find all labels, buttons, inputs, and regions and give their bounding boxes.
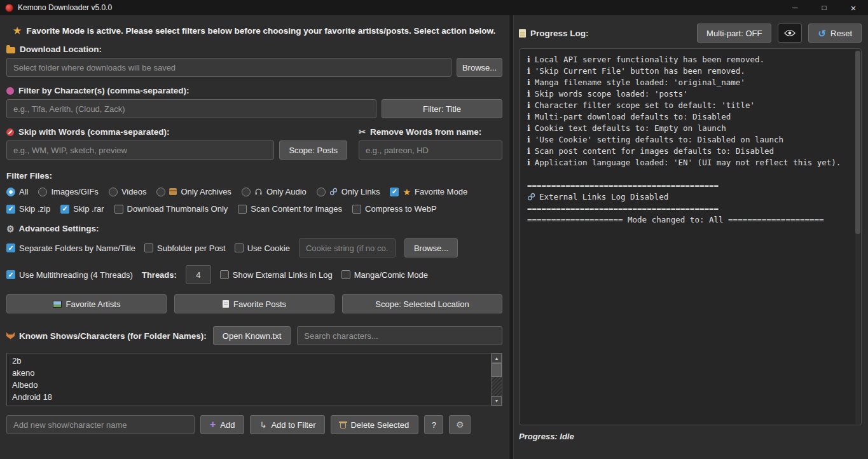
checkbox-subfolder-per-post[interactable]: Subfolder per Post [144, 243, 226, 253]
checkbox-multithreading[interactable]: Use Multithreading (4 Threads) [6, 270, 133, 280]
log-line: iMulti-part download defaults to: Disabl… [527, 111, 853, 123]
eye-toggle-button[interactable] [778, 24, 802, 43]
known-list[interactable]: 2bakenoAlbedoAndroid 18Android 21 ▲ ▼ [6, 353, 502, 406]
list-item[interactable]: akeno [8, 367, 490, 379]
checkbox-indicator[interactable] [341, 270, 350, 279]
add-button[interactable]: + Add [200, 415, 244, 434]
help-button[interactable]: ? [424, 415, 443, 434]
scroll-down-button[interactable]: ▼ [492, 396, 502, 406]
reset-button[interactable]: ↺ Reset [808, 24, 862, 43]
window-controls: ─ □ × [780, 0, 868, 15]
close-button[interactable]: × [839, 0, 868, 15]
known-list-scrollbar[interactable]: ▲ ▼ [491, 353, 502, 406]
skip-scope-button[interactable]: Scope: Posts [279, 140, 347, 160]
minimize-button[interactable]: ─ [780, 0, 809, 15]
radio-indicator[interactable] [156, 188, 165, 196]
open-known-button[interactable]: Open Known.txt [213, 326, 291, 345]
delete-selected-button[interactable]: Delete Selected [331, 415, 418, 434]
radio-all[interactable]: All [6, 187, 28, 196]
radio-indicator[interactable] [38, 188, 47, 196]
list-item[interactable]: Android 21 [8, 403, 490, 405]
radio-indicator[interactable] [317, 188, 326, 196]
radio-only-links[interactable]: Only Links [317, 187, 380, 196]
panel-splitter[interactable] [509, 15, 514, 459]
log-line: External Links Log Disabled [527, 191, 853, 203]
skip-words-label: Skip with Words (comma-separated): [6, 127, 347, 137]
add-character-input[interactable] [6, 415, 195, 434]
search-characters-input[interactable] [297, 326, 502, 345]
log-line: iApplication language loaded: 'EN' (UI m… [527, 157, 853, 168]
radio-images-gifs[interactable]: Images/GIFs [38, 187, 98, 196]
checkbox-indicator[interactable] [6, 243, 15, 252]
checkbox-use-cookie[interactable]: Use Cookie [235, 243, 290, 253]
checkbox-favorite-mode[interactable]: ★Favorite Mode [390, 187, 467, 196]
list-item[interactable]: 2b [8, 355, 490, 367]
log-lines: iLocal API server functionality has been… [527, 54, 853, 226]
maximize-icon: □ [822, 3, 826, 12]
skip-words-input[interactable] [6, 140, 274, 160]
add-to-filter-button[interactable]: ↳ Add to Filter [250, 415, 325, 434]
log-scrollbar[interactable] [855, 50, 860, 424]
option-label: Images/GIFs [51, 187, 98, 196]
log-scroll-thumb[interactable] [855, 51, 860, 234]
radio-videos[interactable]: Videos [109, 187, 147, 196]
checkbox-indicator[interactable] [390, 188, 399, 196]
list-item[interactable]: Albedo [8, 379, 490, 391]
reset-icon: ↺ [818, 29, 826, 38]
checkbox-indicator[interactable] [114, 205, 123, 214]
favorite-artists-button[interactable]: Favorite Artists [6, 294, 167, 313]
log-line: i'Use Cookie' setting defaults to: Disab… [527, 134, 853, 146]
cookie-string-input[interactable] [299, 238, 396, 257]
maximize-button[interactable]: □ [809, 0, 839, 15]
browse-cookie-button[interactable]: Browse... [404, 238, 458, 257]
scroll-thumb[interactable] [492, 363, 502, 377]
checkbox-indicator[interactable] [238, 205, 247, 214]
checkbox-indicator[interactable] [144, 243, 153, 252]
main-panel: ★ Favorite Mode is active. Please select… [0, 15, 509, 459]
info-icon: i [527, 88, 530, 100]
download-location-input[interactable] [6, 58, 451, 77]
info-icon: i [527, 134, 530, 146]
scroll-up-button[interactable]: ▲ [492, 353, 502, 363]
progress-log[interactable]: iLocal API server functionality has been… [519, 48, 862, 425]
radio-only-archives[interactable]: Only Archives [156, 187, 231, 196]
multipart-toggle-button[interactable]: Multi-part: OFF [697, 24, 771, 43]
checkbox-indicator[interactable] [6, 270, 15, 279]
checkbox-skip-rar[interactable]: Skip .rar [60, 204, 104, 214]
log-line: ======================================== [527, 203, 853, 214]
checkbox-scan-content-for-images[interactable]: Scan Content for Images [238, 204, 342, 214]
link-icon [329, 188, 338, 196]
option-label: Only Archives [181, 187, 231, 196]
remove-words-input[interactable] [359, 140, 502, 160]
close-icon: × [851, 3, 857, 13]
radio-indicator[interactable] [242, 188, 251, 196]
log-line: iScan post content for images defaults t… [527, 146, 853, 157]
headphones-icon [254, 188, 263, 196]
favorite-posts-button[interactable]: Favorite Posts [174, 294, 334, 313]
browse-download-button[interactable]: Browse... [457, 58, 502, 77]
info-icon: i [527, 111, 530, 123]
radio-indicator[interactable] [6, 188, 15, 196]
checkbox-indicator[interactable] [235, 243, 244, 252]
checkbox-indicator[interactable] [60, 205, 69, 214]
checkbox-separate-folders[interactable]: Separate Folders by Name/Title [6, 243, 135, 253]
minimize-icon: ─ [792, 3, 798, 12]
filter-scope-button[interactable]: Filter: Title [382, 99, 502, 118]
checkbox-indicator[interactable] [6, 205, 15, 214]
radio-only-audio[interactable]: Only Audio [242, 187, 307, 196]
gear-icon: ⚙ [456, 420, 464, 429]
checkbox-manga-mode[interactable]: Manga/Comic Mode [341, 270, 428, 280]
list-item[interactable]: Android 18 [8, 391, 490, 403]
radio-indicator[interactable] [109, 188, 118, 196]
checkbox-show-external-links[interactable]: Show External Links in Log [220, 270, 333, 280]
checkbox-skip-zip[interactable]: Skip .zip [6, 204, 50, 214]
checkbox-download-thumbnails-only[interactable]: Download Thumbnails Only [114, 204, 228, 214]
character-filter-input[interactable] [6, 99, 376, 118]
checkbox-compress-to-webp[interactable]: Compress to WebP [352, 204, 436, 214]
devil-icon [6, 87, 14, 95]
threads-input[interactable] [186, 265, 211, 284]
checkbox-indicator[interactable] [352, 205, 361, 214]
scope-location-button[interactable]: Scope: Selected Location [342, 294, 502, 313]
checkbox-indicator[interactable] [220, 270, 229, 279]
settings-button[interactable]: ⚙ [449, 415, 471, 434]
